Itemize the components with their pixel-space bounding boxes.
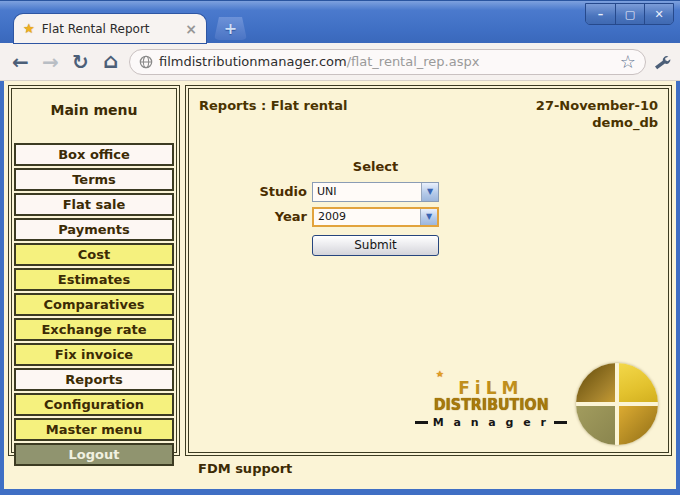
sidebar-item-flat-sale[interactable]: Flat sale [14,193,174,216]
sidebar-item-logout[interactable]: Logout [14,443,174,466]
sidebar-item-payments[interactable]: Payments [14,218,174,241]
address-bar[interactable]: filmdistributionmanager.com/flat_rental_… [129,49,646,75]
maximize-button[interactable]: ▢ [615,4,644,24]
tab-favicon-star-icon: ★ [23,21,35,36]
logo-manager-text: M a n a g e r [433,416,549,429]
sidebar-item-configuration[interactable]: Configuration [14,393,174,416]
report-date: 27-November-10 [536,98,658,113]
logo-distribution-text: DISTRIBUTION [418,396,563,414]
sidebar-item-reports[interactable]: Reports [14,368,174,391]
url-path: /flat_rental_rep.aspx [347,54,480,69]
browser-window: ★ Flat Rental Report × + – ▢ ✕ ← → ↻ ⌂ f… [0,0,680,495]
sidebar-title: Main menu [14,89,174,143]
studio-select[interactable]: UNI ▼ [312,182,439,202]
form-heading: Select [312,159,439,174]
sidebar-item-terms[interactable]: Terms [14,168,174,191]
url-domain: filmdistributionmanager.com [159,54,347,69]
submit-button[interactable]: Submit [312,235,439,256]
nav-toolbar: ← → ↻ ⌂ filmdistributionmanager.com/flat… [0,43,680,81]
logo-right-bar [554,421,567,424]
bookmark-star-icon[interactable]: ☆ [620,53,636,71]
main-panel: Reports : Flat rental 27-November-10 dem… [185,85,672,456]
wrench-menu-icon[interactable] [653,53,671,71]
new-tab-button[interactable]: + [214,17,247,40]
report-select-form: Select Studio UNI ▼ Year 2009 ▼ Submit [229,159,658,256]
minimize-button[interactable]: – [586,4,615,24]
window-controls: – ▢ ✕ [585,3,674,25]
sidebar-main-menu: Main menu Box office Terms Flat sale Pay… [8,85,180,456]
year-selected-value: 2009 [314,209,420,225]
titlebar: ★ Flat Rental Report × + – ▢ ✕ [0,1,680,43]
close-button[interactable]: ✕ [644,4,673,24]
studio-selected-value: UNI [313,183,421,201]
logo-pie-icon [576,363,658,445]
fdm-logo: FiLM ★ DISTRIBUTION M a n a g e r [415,363,658,445]
url-text: filmdistributionmanager.com/flat_rental_… [159,54,479,69]
studio-label: Studio [229,184,307,199]
sidebar-item-fix-invoice[interactable]: Fix invoice [14,343,174,366]
globe-icon [139,55,153,69]
sidebar-item-comparatives[interactable]: Comparatives [14,293,174,316]
forward-icon[interactable]: → [39,52,62,72]
logo-manager-row: M a n a g e r [415,416,567,429]
breadcrumb: Reports : Flat rental [199,98,347,132]
reload-icon[interactable]: ↻ [69,52,92,72]
chevron-down-icon[interactable]: ▼ [421,183,438,201]
tab-title: Flat Rental Report [42,22,179,36]
logo-quadrant-bottom-right [619,406,658,445]
year-label: Year [229,209,307,224]
logo-quadrant-top-left [576,363,615,402]
back-icon[interactable]: ← [9,52,32,72]
home-icon[interactable]: ⌂ [99,51,122,72]
chevron-down-icon[interactable]: ▼ [420,209,437,225]
sidebar-item-cost[interactable]: Cost [14,243,174,266]
logo-star-icon: ★ [436,370,444,380]
sidebar-item-master-menu[interactable]: Master menu [14,418,174,441]
page-content: Main menu Box office Terms Flat sale Pay… [4,81,676,489]
database-name: demo_db [592,115,658,130]
logo-quadrant-bottom-left [576,406,615,445]
tab-flat-rental-report[interactable]: ★ Flat Rental Report × [14,14,206,43]
sidebar-item-estimates[interactable]: Estimates [14,268,174,291]
tab-close-icon[interactable]: × [185,22,197,36]
sidebar-item-exchange-rate[interactable]: Exchange rate [14,318,174,341]
fdm-support-link[interactable]: FDM support [198,461,672,476]
logo-left-bar [415,421,428,424]
sidebar-item-box-office[interactable]: Box office [14,143,174,166]
year-select[interactable]: 2009 ▼ [312,207,439,227]
logo-quadrant-top-right [619,363,658,402]
